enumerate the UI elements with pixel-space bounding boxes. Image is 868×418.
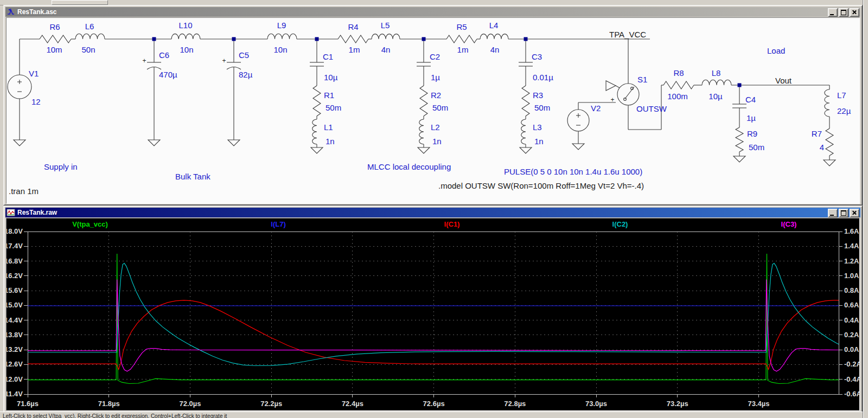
component-value: 50m — [326, 103, 341, 112]
component-V2[interactable] — [567, 110, 589, 131]
legend-I(C1)[interactable]: I(C1) — [444, 220, 460, 228]
close-button[interactable] — [850, 209, 859, 217]
maximize-button[interactable] — [839, 8, 848, 17]
component-value: 4n — [490, 45, 500, 54]
component-S1[interactable]: + — [606, 81, 639, 105]
component-C3[interactable] — [519, 62, 533, 69]
left-axis-tick-label: 15.0V — [7, 301, 23, 309]
minimize-button[interactable] — [828, 8, 838, 17]
component-value: 50m — [534, 103, 550, 112]
component-R9[interactable] — [736, 127, 743, 152]
close-icon — [850, 9, 859, 16]
component-C1[interactable] — [310, 62, 324, 69]
component-C5[interactable]: + — [222, 57, 241, 69]
comment-label: Load — [767, 46, 785, 55]
trace-I(C3)[interactable] — [28, 280, 839, 371]
app-right-border — [863, 0, 868, 418]
component-R3[interactable] — [522, 86, 529, 116]
ground-icon — [311, 147, 323, 153]
component-V1[interactable] — [8, 75, 31, 99]
component-L6[interactable] — [75, 34, 105, 39]
component-L10[interactable] — [171, 34, 200, 39]
component-ref: C4 — [745, 95, 756, 104]
x-axis-tick-label: 72.6µs — [423, 400, 445, 408]
minimize-icon — [830, 14, 834, 15]
junction-dot — [422, 37, 426, 41]
component-R4[interactable] — [338, 35, 368, 43]
component-C4[interactable] — [732, 104, 746, 111]
comment-label: Supply in — [44, 162, 78, 171]
left-axis-tick-label: 13.2V — [7, 345, 23, 353]
component-R1[interactable] — [313, 86, 321, 116]
maximize-icon — [841, 210, 846, 216]
legend-I(C3)[interactable]: I(C3) — [781, 220, 797, 228]
component-L5[interactable] — [372, 34, 400, 39]
net-label: Vout — [775, 76, 792, 85]
schematic-window-title: ResTank.asc — [17, 8, 57, 16]
component-L9[interactable] — [267, 34, 297, 39]
junction-dot — [524, 37, 528, 41]
component-value: 1m — [349, 45, 360, 54]
component-value: 1n — [534, 137, 544, 146]
component-value: 1n — [432, 137, 442, 146]
component-ref: R8 — [673, 68, 684, 78]
left-axis-tick-label: 12.6V — [7, 360, 23, 368]
right-axis-tick-label: 1.4A — [844, 242, 859, 250]
component-R2[interactable] — [420, 86, 427, 116]
ground-icon — [572, 144, 584, 150]
right-axis-tick-label: 1.2A — [844, 257, 859, 265]
schematic-canvas[interactable]: R610mL650nL1010nL910nR41mL54nR51mL44nR81… — [6, 17, 860, 204]
plot-canvas[interactable]: 18.0V17.4V16.8V16.2V15.6V15.0V14.4V13.8V… — [6, 218, 860, 411]
component-L8[interactable] — [702, 80, 731, 85]
component-R8[interactable] — [663, 81, 694, 89]
component-L2[interactable] — [419, 119, 424, 144]
waveform-window-title: ResTank.raw — [17, 209, 57, 216]
component-R7[interactable] — [826, 128, 833, 156]
close-button[interactable] — [850, 8, 859, 17]
close-icon — [850, 209, 859, 217]
component-R6[interactable] — [40, 35, 71, 43]
component-value: 1m — [457, 45, 469, 54]
left-axis-tick-label: 14.4V — [7, 316, 23, 324]
component-C6[interactable]: + — [142, 57, 161, 69]
legend-I(C2)[interactable]: I(C2) — [612, 220, 628, 228]
component-L1[interactable] — [312, 119, 317, 144]
component-ref: C1 — [323, 52, 333, 61]
component-C2[interactable] — [417, 62, 431, 69]
component-ref: S1 — [637, 75, 647, 84]
component-ref: L6 — [85, 22, 94, 31]
junction-dot — [232, 37, 236, 41]
legend-I(L7)[interactable]: I(L7) — [271, 220, 285, 228]
maximize-button[interactable] — [839, 209, 848, 217]
component-ref: R2 — [431, 91, 441, 100]
right-axis-tick-label: 1.0A — [844, 272, 859, 280]
component-L4[interactable] — [480, 34, 508, 39]
right-axis-tick-label: 0.6A — [844, 301, 859, 309]
legend-V(tpa_vcc)[interactable]: V(tpa_vcc) — [72, 220, 108, 228]
ground-icon — [520, 147, 532, 153]
ground-icon — [14, 140, 25, 146]
schematic-titlebar[interactable]: ResTank.asc — [5, 7, 860, 17]
x-axis-tick-label: 72.8µs — [504, 400, 526, 408]
component-ref: L2 — [431, 123, 440, 132]
waveform-titlebar[interactable]: ResTank.raw — [5, 208, 860, 217]
minimize-button[interactable] — [828, 209, 838, 217]
component-value: 50m — [749, 143, 764, 152]
component-value: 10n — [273, 45, 287, 54]
component-ref: R6 — [49, 22, 60, 31]
component-ref: V1 — [29, 69, 39, 78]
component-R5[interactable] — [446, 35, 477, 43]
component-L3[interactable] — [521, 119, 526, 144]
left-axis-tick-label: 16.2V — [7, 272, 23, 280]
component-ref: L10 — [178, 21, 192, 30]
component-ref: V2 — [591, 104, 601, 113]
x-axis-tick-label: 73.2µs — [667, 400, 688, 408]
component-value: 12 — [31, 97, 41, 106]
waveform-window: ResTank.raw 18.0V17.4V16.8V16.2V15.6V15.… — [3, 205, 863, 413]
component-ref: R4 — [348, 22, 358, 31]
component-L7[interactable] — [825, 89, 829, 117]
right-axis-tick-label: 0.4A — [844, 316, 859, 324]
component-value: 10m — [46, 45, 62, 54]
schematic-window: ResTank.asc R610mL650nL1010nL910nR41mL54… — [3, 5, 863, 205]
component-value: PULSE(0 5 0 10n 10n 1.4u 1.6u 1000) — [504, 167, 642, 176]
